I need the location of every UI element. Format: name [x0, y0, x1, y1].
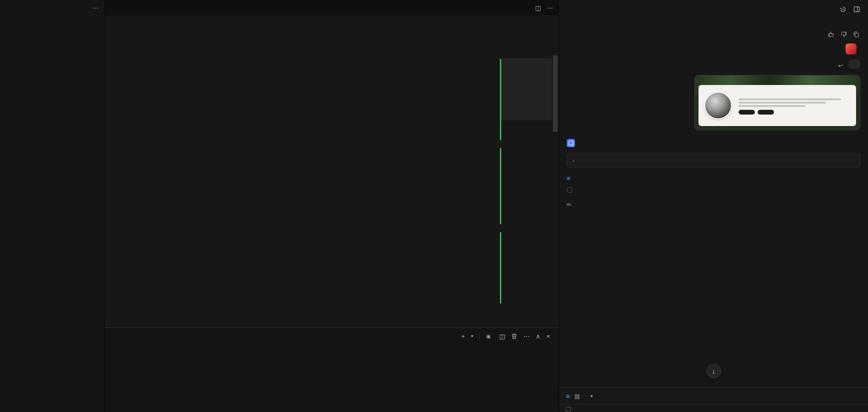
editor-tabbar: ◫ ⋯	[105, 0, 559, 15]
chevron-down-icon[interactable]: ▾	[591, 393, 593, 399]
new-terminal-icon[interactable]: +	[461, 333, 465, 340]
reading-file-icon: ∞	[567, 201, 571, 208]
thinking-process-toggle[interactable]: ›	[567, 153, 860, 168]
attachment-image[interactable]	[694, 75, 860, 130]
breadcrumb	[105, 15, 559, 28]
minimap-viewport	[499, 58, 552, 120]
message-actions	[567, 25, 860, 40]
builder-mode-icon	[566, 407, 571, 412]
copy-icon[interactable]	[853, 31, 859, 38]
task-pending-spinner-icon	[567, 187, 572, 193]
trae-panel: ↩	[559, 0, 868, 412]
text-skeleton	[739, 102, 826, 104]
editor-column: ◫ ⋯ +	[105, 0, 559, 412]
terminal-prompt-line	[114, 348, 550, 355]
explorer-more-icon[interactable]: ⋯	[93, 4, 99, 11]
diff-added-marker	[500, 232, 501, 304]
split-terminal-icon[interactable]: ◫	[499, 333, 505, 340]
split-editor-icon[interactable]: ◫	[535, 4, 541, 11]
file-tree	[0, 19, 105, 412]
task-list-icon: ≡	[567, 175, 571, 182]
terminal-more-icon[interactable]: ⋯	[523, 333, 529, 340]
task-doc-icon[interactable]: ▤	[574, 393, 580, 400]
user-identity-row	[567, 43, 860, 54]
progress-summary-row[interactable]: ≡	[567, 175, 860, 182]
close-panel-icon[interactable]: ×	[546, 333, 550, 340]
text-skeleton	[739, 98, 841, 100]
chat-scroll-area[interactable]: ↩	[559, 18, 868, 387]
explorer-header: ⋯	[0, 0, 105, 15]
chevron-right-icon: ›	[572, 158, 574, 163]
editor-more-icon[interactable]: ⋯	[547, 4, 553, 11]
scrollbar-thumb[interactable]	[553, 55, 558, 132]
open-in-window-icon[interactable]	[853, 6, 860, 13]
attachment-text	[739, 96, 850, 115]
builder-row	[567, 139, 860, 147]
divider	[479, 333, 480, 339]
thumbs-down-icon[interactable]	[840, 31, 847, 38]
attachment-button	[739, 110, 755, 115]
terminal-shell-item[interactable]: ▣	[486, 334, 493, 339]
builder-icon	[567, 139, 575, 147]
terminal-actions: + ▾ ▣ ◫ ⋯ ∧ ×	[461, 333, 550, 340]
minimap[interactable]	[499, 28, 552, 327]
undo-icon[interactable]: ↩	[838, 62, 843, 69]
explorer-sidebar: ⋯	[0, 0, 105, 412]
scroll-to-bottom-button[interactable]: ↓	[706, 364, 721, 379]
trae-footer: ≡ ▤ ▾	[559, 387, 868, 404]
attachment-buttons	[739, 110, 850, 115]
thumbs-up-icon[interactable]	[828, 31, 835, 38]
trae-header-actions	[839, 6, 860, 13]
file-reference-row[interactable]: ∞	[567, 201, 860, 208]
kill-terminal-icon[interactable]	[511, 333, 517, 339]
user-message-bubble	[848, 59, 860, 69]
editor-scrollbar[interactable]	[552, 28, 559, 327]
text-skeleton	[739, 105, 805, 107]
maximize-panel-icon[interactable]: ∧	[536, 333, 540, 340]
terminal-header: + ▾ ▣ ◫ ⋯ ∧ ×	[105, 328, 559, 344]
terminal-dropdown-icon[interactable]: ▾	[471, 334, 474, 338]
terminal-panel: + ▾ ▣ ◫ ⋯ ∧ ×	[105, 327, 559, 412]
history-icon[interactable]	[839, 6, 847, 13]
avatar	[846, 43, 857, 54]
app-root: ⋯ ◫ ⋯	[0, 0, 868, 412]
attachment-row	[567, 75, 860, 130]
attachment-card	[699, 85, 856, 126]
chat-input-peek[interactable]	[559, 404, 868, 412]
trae-header	[559, 0, 868, 18]
portrait-photo	[704, 92, 732, 119]
explorer-section-label[interactable]	[0, 15, 105, 19]
code-editor[interactable]	[105, 28, 559, 327]
task-row[interactable]	[567, 187, 860, 193]
attachment-button	[758, 110, 774, 115]
tasks-icon[interactable]: ≡	[566, 392, 570, 400]
code-scroll-area[interactable]	[105, 28, 499, 327]
terminal-body[interactable]	[105, 344, 559, 412]
diff-added-marker	[500, 148, 501, 224]
user-message-row: ↩	[567, 59, 860, 69]
tabbar-actions: ◫ ⋯	[529, 0, 559, 15]
terminal-icon: ▣	[486, 334, 490, 339]
diff-added-marker	[500, 59, 501, 140]
